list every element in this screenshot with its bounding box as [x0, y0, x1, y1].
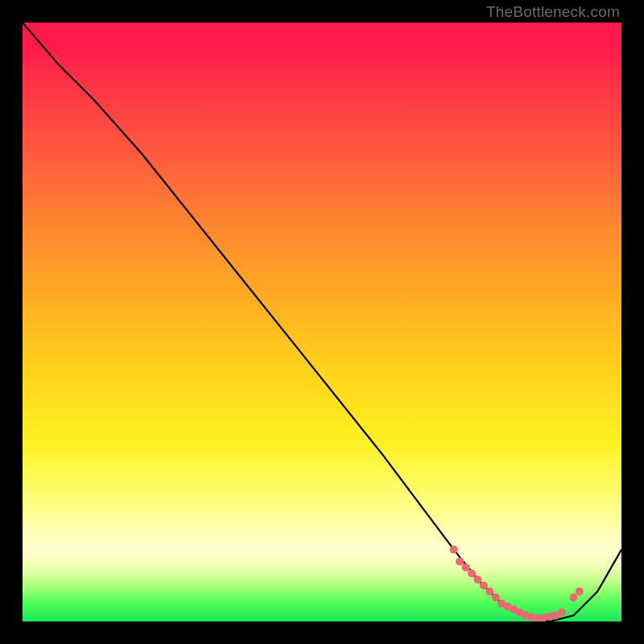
- plot-area: [23, 23, 621, 621]
- marker-dot: [468, 570, 476, 578]
- marker-dot: [462, 564, 470, 572]
- marker-dot: [492, 593, 500, 601]
- marker-dot: [576, 588, 584, 596]
- marker-dot: [485, 588, 493, 596]
- marker-dot: [480, 581, 488, 589]
- chart-frame: TheBottleneck.com: [0, 0, 644, 644]
- watermark-text: TheBottleneck.com: [486, 3, 620, 21]
- curve-line: [23, 23, 621, 621]
- marker-dot: [473, 576, 481, 584]
- marker-dot: [450, 546, 458, 554]
- chart-svg: [23, 23, 621, 621]
- marker-dot: [456, 558, 464, 566]
- marker-dot: [558, 609, 566, 617]
- highlight-markers: [450, 546, 584, 621]
- marker-dot: [570, 593, 578, 601]
